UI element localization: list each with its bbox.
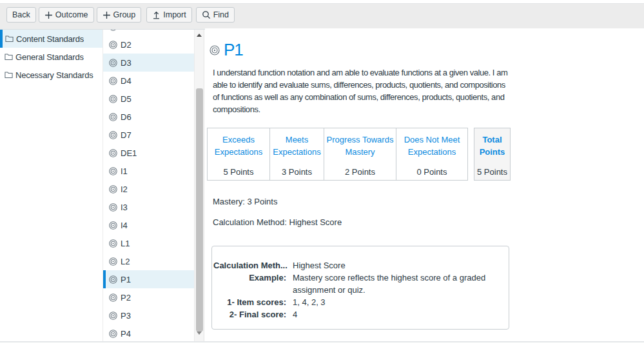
outcome-item-label: P4 bbox=[121, 329, 131, 339]
add-group-button[interactable]: Group bbox=[97, 7, 142, 23]
outcome-item-label: P1 bbox=[121, 275, 131, 284]
outcome-target-icon bbox=[109, 95, 117, 103]
sidebar-group-general-standards[interactable]: General Standards bbox=[0, 48, 102, 66]
outcome-target-icon bbox=[109, 330, 117, 338]
calculation-method-box: Calculation Meth...Highest ScoreExample:… bbox=[211, 246, 509, 330]
calc-row-label: Example: bbox=[213, 272, 286, 296]
rating-cell: Progress Towards Mastery2 Points bbox=[324, 128, 396, 181]
upload-icon bbox=[152, 10, 161, 19]
search-icon bbox=[202, 10, 211, 19]
rating-points: 0 Points bbox=[398, 167, 466, 177]
outcome-item-label: DE1 bbox=[121, 148, 137, 158]
calc-example-row: 2- Final score:4 bbox=[213, 308, 503, 321]
outcome-target-icon bbox=[109, 275, 117, 284]
total-points-value: 5 Points bbox=[474, 167, 510, 177]
outcome-target-icon bbox=[109, 239, 117, 248]
outcome-item-label: D4 bbox=[121, 76, 132, 86]
outcome-item-label: I4 bbox=[121, 221, 128, 230]
folder-icon bbox=[5, 53, 13, 61]
outcome-item-d1[interactable]: D1 bbox=[103, 30, 194, 35]
scrollbar-thumb[interactable] bbox=[196, 88, 203, 332]
sidebar-group-content-standards[interactable]: Content Standards bbox=[0, 30, 102, 48]
outcome-item-l1[interactable]: L1 bbox=[103, 234, 194, 252]
calc-row-label: 2- Final score: bbox=[213, 308, 286, 321]
outcome-item-i1[interactable]: I1 bbox=[103, 162, 194, 180]
outcome-item-label: P3 bbox=[121, 311, 131, 321]
outcome-target-icon bbox=[109, 203, 117, 212]
outcome-item-label: L2 bbox=[121, 257, 130, 266]
calc-row-value: Mastery score reflects the highest score… bbox=[293, 272, 485, 296]
outcome-item-label: I3 bbox=[121, 203, 128, 212]
outcome-item-label: D5 bbox=[121, 94, 132, 104]
calc-row-label: Calculation Meth... bbox=[213, 259, 286, 272]
ratings-table: Exceeds Expectations5 PointsMeets Expect… bbox=[207, 128, 644, 181]
find-button[interactable]: Find bbox=[196, 7, 235, 23]
outcome-item-label: D2 bbox=[121, 40, 132, 50]
outcome-target-icon bbox=[109, 30, 117, 31]
outcome-target-icon bbox=[109, 167, 117, 175]
folder-icon bbox=[5, 35, 14, 43]
rating-cell: Does Not Meet Expectations0 Points bbox=[396, 128, 468, 181]
outcome-target-icon bbox=[210, 45, 220, 55]
outcome-item-i3[interactable]: I3 bbox=[103, 198, 194, 216]
outcome-item-p1[interactable]: P1 bbox=[103, 270, 194, 288]
outcome-item-d6[interactable]: D6 bbox=[103, 108, 194, 126]
outcome-item-d4[interactable]: D4 bbox=[103, 72, 194, 90]
sidebar-group-label: Content Standards bbox=[16, 34, 84, 44]
rating-points: 3 Points bbox=[271, 167, 322, 177]
scroll-down-button[interactable] bbox=[195, 328, 204, 338]
calc-example-row: Calculation Meth...Highest Score bbox=[213, 259, 503, 272]
outcome-item-label: D3 bbox=[121, 58, 132, 68]
scroll-up-button[interactable] bbox=[195, 30, 204, 40]
outcome-item-d5[interactable]: D5 bbox=[103, 90, 194, 108]
outcome-target-icon bbox=[109, 59, 117, 67]
plus-icon bbox=[44, 11, 53, 19]
sidebar-group-label: Necessary Standards bbox=[15, 70, 93, 80]
rating-points: 2 Points bbox=[326, 167, 395, 177]
outcome-list-scrollbar[interactable] bbox=[194, 30, 204, 341]
outcome-item-l2[interactable]: L2 bbox=[103, 252, 194, 270]
calc-row-value: Highest Score bbox=[293, 259, 346, 272]
outcome-target-icon bbox=[109, 113, 117, 121]
back-button[interactable]: Back bbox=[6, 7, 36, 23]
total-points-cell: Total Points5 Points bbox=[474, 128, 511, 181]
calc-row-value: 1, 4, 2, 3 bbox=[293, 296, 326, 308]
calc-example-row: Example:Mastery score reflects the highe… bbox=[213, 272, 503, 296]
rating-points: 5 Points bbox=[209, 167, 268, 177]
import-label: Import bbox=[163, 10, 186, 19]
import-button[interactable]: Import bbox=[146, 7, 191, 23]
outcome-target-icon bbox=[109, 149, 117, 157]
outcome-item-d2[interactable]: D2 bbox=[103, 35, 194, 54]
page-bottom-border bbox=[0, 341, 644, 342]
mastery-points: Mastery: 3 Points bbox=[213, 195, 644, 208]
outcome-item-p3[interactable]: P3 bbox=[103, 306, 194, 324]
outcome-item-label: D6 bbox=[121, 112, 132, 122]
add-outcome-button[interactable]: Outcome bbox=[39, 7, 94, 23]
folder-icon bbox=[5, 71, 13, 79]
outcome-target-icon bbox=[109, 131, 117, 139]
outcome-title: P1 bbox=[224, 41, 243, 59]
outcome-item-label: L1 bbox=[121, 239, 130, 248]
find-label: Find bbox=[213, 10, 229, 19]
outcome-item-i2[interactable]: I2 bbox=[103, 180, 194, 198]
outcome-target-icon bbox=[109, 312, 117, 320]
outcome-item-d7[interactable]: D7 bbox=[103, 126, 194, 144]
outcome-item-p4[interactable]: P4 bbox=[103, 324, 194, 341]
outcome-item-label: P2 bbox=[121, 293, 131, 302]
outcome-target-icon bbox=[109, 257, 117, 266]
rating-cell: Exceeds Expectations5 Points bbox=[207, 128, 270, 181]
outcomes-page: Back Outcome Group Import Find Content S… bbox=[0, 0, 644, 347]
outcome-target-icon bbox=[109, 293, 117, 302]
outcome-item-i4[interactable]: I4 bbox=[103, 216, 194, 234]
rating-label: Meets Expectations bbox=[271, 134, 322, 158]
sidebar-group-necessary-standards[interactable]: Necessary Standards bbox=[0, 66, 102, 84]
outcome-target-icon bbox=[109, 185, 117, 193]
rating-label: Does Not Meet Expectations bbox=[398, 134, 466, 158]
add-outcome-label: Outcome bbox=[55, 10, 88, 19]
outcome-target-icon bbox=[109, 41, 117, 49]
calc-row-label: 1- Item scores: bbox=[213, 296, 286, 308]
outcome-item-label: I2 bbox=[121, 184, 128, 194]
outcome-item-de1[interactable]: DE1 bbox=[103, 144, 194, 162]
outcome-item-d3[interactable]: D3 bbox=[103, 54, 194, 72]
outcome-item-p2[interactable]: P2 bbox=[103, 288, 194, 306]
